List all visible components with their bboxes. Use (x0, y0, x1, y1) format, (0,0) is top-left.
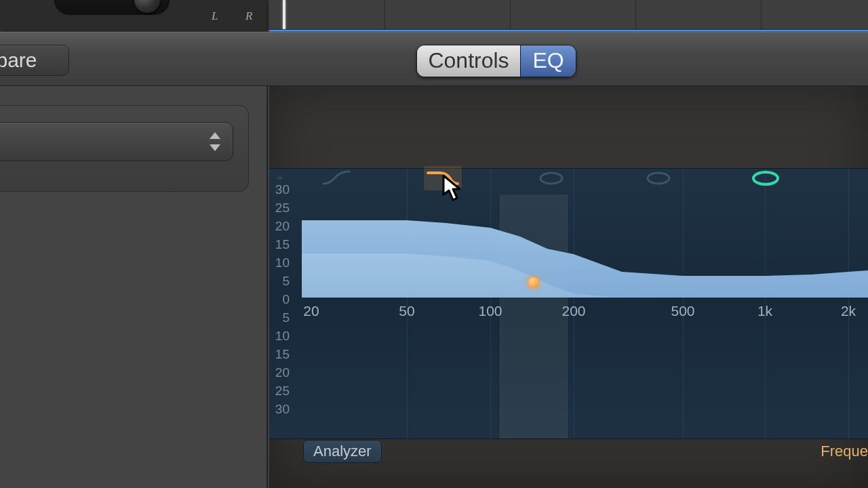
timeline[interactable] (269, 0, 868, 30)
y-tick: 25 (272, 384, 290, 399)
tab-eq[interactable]: EQ (520, 45, 576, 77)
x-tick: 2k (841, 303, 856, 319)
arrange-strip: L R (0, 0, 868, 30)
freq-readout-label: Freque (821, 443, 868, 460)
x-tick: 1k (757, 303, 772, 319)
playhead[interactable] (283, 0, 285, 29)
timeline-tick (635, 0, 636, 29)
y-tick: 25 (272, 201, 290, 216)
plugin-header: mpare Controls EQ (0, 32, 868, 86)
analyzer-button[interactable]: Analyzer (303, 440, 382, 463)
eq-panel: + (269, 86, 868, 488)
y-tick: 10 (272, 256, 290, 270)
mouse-cursor-icon (441, 174, 463, 201)
compare-button[interactable]: mpare (0, 45, 69, 76)
pan-slider[interactable] (54, 0, 170, 15)
timeline-tick (510, 0, 511, 29)
view-segmented-control: Controls EQ (416, 45, 576, 77)
x-tick: 50 (399, 303, 414, 319)
y-tick: 5 (272, 310, 290, 325)
y-tick: 5 (272, 274, 290, 289)
x-tick: 500 (671, 303, 694, 319)
y-tick: 15 (272, 237, 290, 252)
pan-thumb[interactable] (134, 0, 160, 13)
x-tick: 20 (303, 303, 319, 319)
graph-footer: Analyzer Freque (269, 439, 868, 466)
inspector-top: L R (0, 0, 268, 30)
y-tick: 30 (272, 182, 290, 197)
y-tick: 10 (272, 329, 290, 344)
y-tick: 0 (272, 292, 290, 307)
preset-box (0, 105, 249, 192)
inspector-panel (0, 86, 268, 488)
timeline-tick (761, 0, 762, 29)
tab-controls[interactable]: Controls (417, 45, 520, 77)
preset-select[interactable] (0, 122, 233, 161)
x-tick: 100 (478, 303, 502, 319)
pan-r-label: R (245, 9, 252, 23)
y-tick: 20 (272, 365, 290, 380)
eq-graph[interactable]: + (269, 168, 868, 439)
y-tick: 15 (272, 347, 290, 362)
pan-l-label: L (212, 9, 218, 23)
y-tick: 20 (272, 219, 290, 234)
x-tick: 200 (561, 303, 585, 319)
y-tick: 30 (272, 402, 290, 417)
timeline-tick (384, 0, 385, 29)
